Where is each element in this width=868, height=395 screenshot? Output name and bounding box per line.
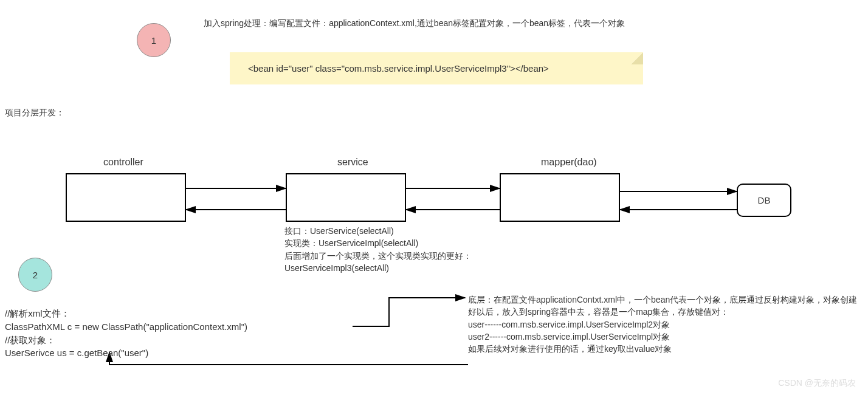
step-number-2: 2 — [33, 270, 38, 280]
step2-code: //解析xml文件： ClassPathXML c = new ClassPat… — [5, 307, 370, 360]
step-badge-2: 2 — [18, 258, 52, 292]
watermark: CSDN @无奈的码农 — [778, 378, 856, 389]
bottom-right-notes: 底层：在配置文件applicationContxt.xml中，一个bean代表一… — [468, 294, 863, 355]
service-notes: 接口：UserService(selectAll) 实现类：UserServic… — [284, 225, 540, 274]
